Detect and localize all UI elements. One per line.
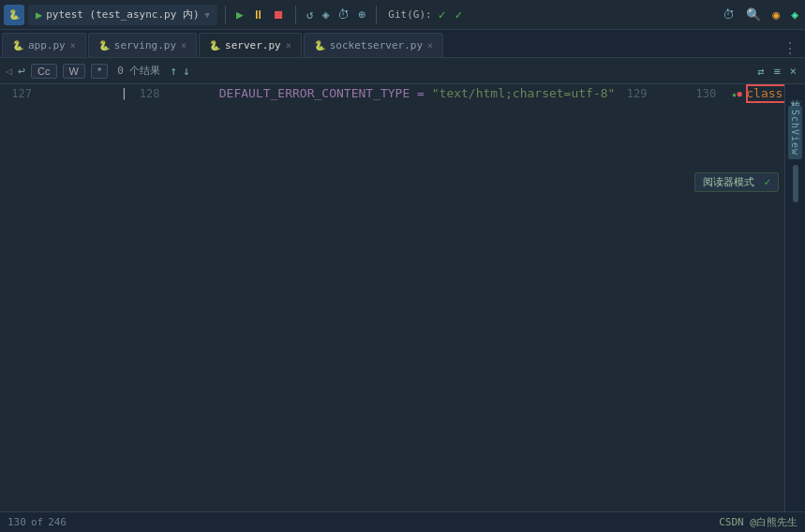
line-number-128: 128	[127, 84, 171, 103]
tab-label: serving.py	[114, 39, 176, 52]
separator	[225, 6, 226, 24]
of-label: of	[31, 516, 43, 528]
tab-socketserver-py[interactable]: 🐍 socketserver.py ×	[304, 33, 443, 57]
code-line-130: 130★●class HTTPServer(socketserver.TCPSe…	[684, 84, 784, 103]
line-number: 130	[7, 516, 26, 528]
sidebar-separator	[789, 101, 802, 102]
code-editor[interactable]: 127 |128 DEFAULT_ERROR_CONTENT_TYPE = "t…	[0, 84, 784, 511]
git-label: Git(G):	[388, 8, 431, 21]
py-icon: 🐍	[209, 40, 220, 51]
line-number-130: 130	[684, 84, 727, 103]
timer-icon[interactable]: ⏱	[335, 6, 352, 23]
find-cc-button[interactable]: Cc	[31, 64, 56, 79]
reader-mode-label: 阅读器模式	[703, 176, 754, 188]
code-line-129: 129	[615, 84, 684, 103]
find-word-button[interactable]: W	[63, 64, 85, 79]
tab-close-icon[interactable]: ×	[70, 40, 76, 51]
scrollbar-thumb[interactable]	[793, 165, 798, 202]
play-icon[interactable]: ▶	[233, 6, 246, 23]
find-toolbar: ◁ ↩ Cc W * 0 个结果 ↑ ↓ ⇄ ≡ ×	[0, 58, 805, 84]
prev-icon[interactable]: ↩	[18, 64, 25, 78]
find-nav-arrows: ↩	[18, 64, 25, 78]
py-icon: 🐍	[314, 40, 325, 51]
main-area: 127 |128 DEFAULT_ERROR_CONTENT_TYPE = "t…	[0, 84, 805, 511]
run-indicator[interactable]: ▶ pytest (test_async.py 内) ▼	[28, 5, 217, 25]
code-line-128: 128 DEFAULT_ERROR_CONTENT_TYPE = "text/h…	[127, 84, 615, 103]
pause-icon[interactable]: ⏸	[249, 6, 267, 23]
stop-icon[interactable]: ⏹	[270, 6, 288, 23]
tab-label: app.py	[28, 39, 66, 52]
user-icon[interactable]: ◉	[769, 6, 783, 23]
find-close-icon[interactable]: ×	[787, 65, 799, 78]
reader-check-icon: ✓	[764, 176, 770, 188]
line-code-129	[677, 84, 684, 103]
py-icon: 🐍	[98, 40, 110, 51]
py-icon: 🐍	[12, 40, 23, 51]
total-lines: 246	[48, 516, 67, 528]
watermark: CSDN @白熊先生	[719, 515, 798, 529]
separator3	[376, 6, 377, 24]
tab-close-icon[interactable]: ×	[286, 40, 291, 51]
code-line-127: 127 |	[0, 84, 127, 103]
rerun-icon[interactable]: ↺	[304, 6, 317, 23]
tab-label: server.py	[225, 39, 281, 52]
run-triangle-icon: ▶	[36, 8, 42, 22]
coverage-icon[interactable]: ◈	[320, 6, 333, 23]
dropdown-icon: ▼	[205, 10, 210, 20]
find-replace-icon[interactable]: ⇄	[754, 65, 767, 78]
line-code-128: DEFAULT_ERROR_CONTENT_TYPE = "text/html;…	[189, 84, 615, 103]
status-bar: 130 of 246 CSDN @白熊先生	[0, 511, 805, 532]
run-controls: ▶ ⏸ ⏹	[233, 6, 288, 23]
tab-serving-py[interactable]: 🐍 serving.py ×	[88, 33, 197, 57]
git-check1-icon[interactable]: ✓	[436, 6, 449, 23]
main-wrapper: 阅读器模式 ✓ 127 |128 DEFAULT_ERROR_CONTENT_T…	[0, 84, 805, 532]
tab-app-py[interactable]: 🐍 app.py ×	[2, 33, 86, 57]
cursor-position: 130 of 246	[7, 516, 67, 528]
find-result: 0 个结果	[113, 64, 164, 78]
debug-controls: ↺ ◈ ⏱ ⊕	[304, 6, 368, 23]
separator2	[295, 6, 296, 24]
clock-icon[interactable]: ⏱	[720, 6, 738, 23]
sidebar-schview-label[interactable]: SchView	[788, 106, 802, 159]
line-code-127: |	[62, 84, 127, 103]
app-icon: 🐍	[4, 5, 24, 25]
search-icon[interactable]: 🔍	[743, 6, 764, 23]
git-check2-icon[interactable]: ✓	[452, 6, 465, 23]
find-right-group: ⇄ ≡ ×	[754, 65, 799, 78]
find-down-icon[interactable]: ↓	[183, 64, 190, 78]
find-filter-icon[interactable]: ≡	[771, 65, 783, 78]
tab-label: socketserver.py	[330, 39, 423, 52]
top-right-icons: ⏱ 🔍 ◉ ◈	[720, 6, 801, 23]
find-arrow-back-icon: ◁	[6, 65, 12, 78]
tabs-bar: 🐍 app.py × 🐍 serving.py × 🐍 server.py × …	[0, 30, 805, 58]
right-sidebar: 结构 SchView	[784, 84, 805, 511]
sidebar-structure-label[interactable]: 结构	[787, 88, 804, 97]
line-number-127: 127	[0, 84, 43, 103]
top-toolbar: 🐍 ▶ pytest (test_async.py 内) ▼ ▶ ⏸ ⏹ ↺ ◈…	[0, 0, 805, 30]
line-gutter-130: ★●	[727, 89, 746, 99]
run-label: pytest (test_async.py 内)	[46, 7, 199, 22]
tab-close-icon[interactable]: ×	[181, 40, 186, 51]
find-regex-button[interactable]: *	[91, 64, 108, 79]
tab-server-py[interactable]: 🐍 server.py ×	[199, 33, 302, 57]
profile-icon[interactable]: ⊕	[355, 6, 368, 23]
line-code-130: class HTTPServer(socketserver.TCPServer)…	[746, 84, 784, 103]
tab-close-icon[interactable]: ×	[427, 40, 433, 51]
find-up-icon[interactable]: ↑	[170, 64, 177, 78]
line-number-129: 129	[615, 84, 658, 103]
reader-mode-badge[interactable]: 阅读器模式 ✓	[694, 172, 779, 192]
tabs-more-button[interactable]: ⋮	[779, 39, 801, 57]
network-icon[interactable]: ◈	[788, 6, 801, 23]
